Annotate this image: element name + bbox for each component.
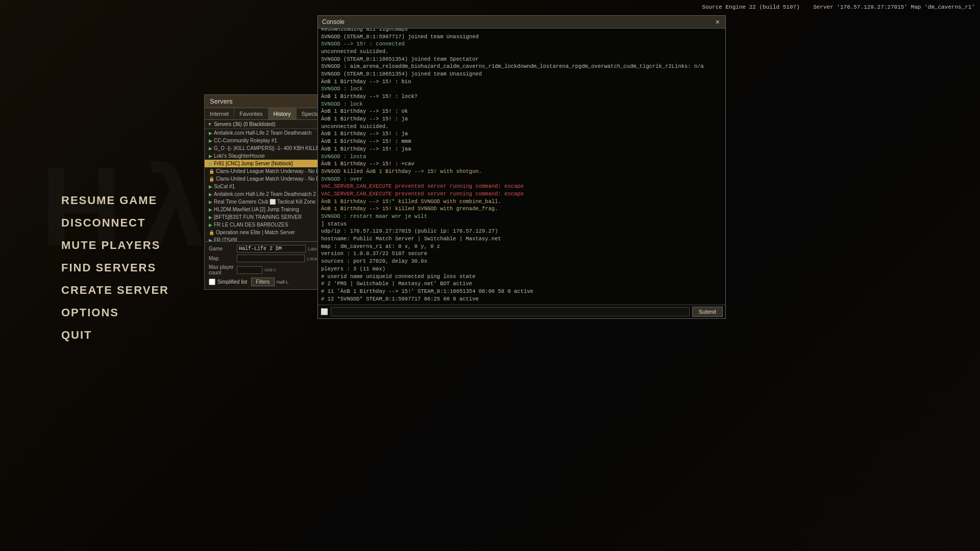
console-line: ÄoB 1 Birthday --> 15! : bio xyxy=(321,78,722,86)
server-list-item[interactable]: ▶Real Time Gamers Club ⬜ Tactical Kill Z… xyxy=(205,198,321,206)
console-line: SVNGOD : lock xyxy=(321,101,722,108)
server-list-item[interactable]: ▶[BFT5]B3ST FUN TRAINING SERVER xyxy=(205,213,321,221)
menu-item-disconnect[interactable]: DISCONNECT xyxy=(61,216,169,230)
filter-late-label: Late xyxy=(308,246,317,252)
console-line: players : 3 (11 max) xyxy=(321,265,722,273)
filter-location-label: Loca xyxy=(307,256,317,261)
console-close-button[interactable]: × xyxy=(714,18,721,26)
console-input[interactable] xyxy=(331,307,690,316)
server-icon: ▶ xyxy=(209,238,212,242)
server-list-item[interactable]: ▶Anitalink.com Half-Life 2 Team Deathmat… xyxy=(205,129,321,137)
console-line: # userid name uniqueid connected ping lo… xyxy=(321,273,722,281)
half-l-label: Half-L xyxy=(277,280,289,285)
server-icon: ▶ xyxy=(209,184,212,189)
server-icon: ▶ xyxy=(209,207,212,212)
console-line: SVNGOD --> 15! : connected xyxy=(321,40,722,48)
console-line: SVNGOD (STEAM_0:1:5997717) joined team U… xyxy=(321,33,722,41)
server-list-item[interactable]: ▶Fr81 [CNC] Jump Server [Noblock] xyxy=(205,160,321,167)
server-icon: ▶ xyxy=(209,131,212,136)
menu-item-mute[interactable]: MUTE PLAYERS xyxy=(61,239,169,252)
console-line: ÄoB 1 Birthday --> 15! : +cav xyxy=(321,160,722,168)
filter-anticheat-label: Anti-c xyxy=(264,267,276,272)
console-line: ÄoB 1 Birthday --> 15!* killed SVNGOD wi… xyxy=(321,198,722,206)
server-list-item[interactable]: ▶G_O -||- |KILL CAMPERS|| -1- 400 KBH KI… xyxy=(205,144,321,152)
simplified-list-checkbox[interactable] xyxy=(209,279,215,285)
menu-item-options[interactable]: OPTIONS xyxy=(61,306,169,319)
console-line: SVNGOD killed ÄoB 1 Birthday --> 15! wit… xyxy=(321,168,722,176)
filter-map-row: Map Loca xyxy=(209,255,317,262)
server-list-item[interactable]: 🔒Clans-United League Match Underway - No… xyxy=(205,175,321,183)
tab-favorites[interactable]: Favorites xyxy=(234,108,268,119)
server-icon: ▶ xyxy=(209,199,212,205)
simplified-list-label: Simplified list xyxy=(217,279,247,285)
console-line: # 2 'PMS | Switchable | Maxtasy.net' BOT… xyxy=(321,280,722,288)
server-filters: Game Late Map Loca Max player count Anti… xyxy=(205,241,321,289)
top-server-info: Source Engine 22 (build 5107) Server '17… xyxy=(702,4,975,10)
console-line: SVNGOD : aim_arena_reloaddm_biohazard_ca… xyxy=(321,63,722,70)
console-line: ÄoB 1 Birthday --> 15! : mmm xyxy=(321,138,722,145)
filter-game-input[interactable] xyxy=(237,245,306,253)
filter-maxplayer-label: Max player count xyxy=(209,264,237,276)
console-line: ÄoB 1 Birthday --> 15! : lock? xyxy=(321,93,722,101)
menu-item-resume[interactable]: RESUME GAME xyxy=(61,194,169,207)
console-line: VAC_SERVER_CAN_EXECUTE prevented server … xyxy=(321,190,722,198)
console-line: SVNGOD (STEAM_0:1:10651354) joined team … xyxy=(321,70,722,78)
filter-game-label: Game xyxy=(209,246,237,252)
console-line: ÄoB 1 Birthday --> 15! : ja xyxy=(321,130,722,138)
server-list-item[interactable]: ▶FR LE CLAN DES BARBOUZES xyxy=(205,221,321,229)
lock-icon: 🔒 xyxy=(209,169,214,174)
console-line: # 12 *SVNGOD* STEAM_0:1:5997717 06:25 66… xyxy=(321,295,722,303)
servers-panel: Servers Internet Favorites History Spect… xyxy=(204,94,322,290)
console-line: SVNGOD : lock xyxy=(321,85,722,93)
submit-button[interactable]: Submit xyxy=(692,307,723,317)
filter-maxplayer-row: Max player count Anti-c xyxy=(209,264,317,276)
console-line: udp/ip : 176.57.129.27:27015 (public ip:… xyxy=(321,228,722,235)
console-line: SVNGOD : restart maar wnr je wilt xyxy=(321,213,722,220)
server-info: Server '176.57.129.27:27015' Map 'dm_cav… xyxy=(813,4,975,10)
filter-map-label: Map xyxy=(209,256,237,261)
console-line: unconnected suicided. xyxy=(321,48,722,56)
server-list-item[interactable]: 🔒Clans-United League Match Underway - No… xyxy=(205,167,321,175)
menu-item-find-servers[interactable]: FIND SERVERS xyxy=(61,261,169,274)
filters-button[interactable]: Filters xyxy=(251,278,274,286)
tabs-row: Internet Favorites History Spectate xyxy=(205,108,321,120)
filter-simplified-row: Simplified list Filters Half-L xyxy=(209,278,317,286)
tab-history[interactable]: History xyxy=(268,108,297,119)
console-line: unconnected suicided. xyxy=(321,123,722,131)
console-line: version : 1.0.0.37/22 5107 secure xyxy=(321,250,722,258)
server-list-item[interactable]: ▶HL2DM.MaxNet.UA [2] Jump Training xyxy=(205,206,321,213)
engine-info: Source Engine 22 (build 5107) xyxy=(702,4,799,10)
server-list-item[interactable]: ▶Anitalink.com Half-Life 2 Team Deathmat… xyxy=(205,190,321,198)
server-icon: ▶ xyxy=(209,215,212,220)
tab-internet[interactable]: Internet xyxy=(205,108,234,119)
server-list[interactable]: ▶Anitalink.com Half-Life 2 Team Deathmat… xyxy=(205,129,321,241)
console-titlebar: Console × xyxy=(318,16,725,29)
server-list-item[interactable]: ▶SoCal #1 xyxy=(205,183,321,190)
filter-maxplayer-input[interactable] xyxy=(237,266,262,274)
console-body[interactable]: ÄoB 1 Birthday --> 15! : lolÄoB 1 Birthd… xyxy=(318,29,725,305)
server-list-item[interactable]: ▶FR [TS#9] xyxy=(205,236,321,241)
server-list-item[interactable]: 🔒Operation new Elite | Match Server xyxy=(205,229,321,236)
server-list-item[interactable]: ▶Loki's SlaughterHouse xyxy=(205,152,321,160)
console-line: ÄoB 1 Birthday --> 15! : ok xyxy=(321,108,722,115)
console-title: Console xyxy=(322,18,345,26)
console-line: sources : port 27020, delay 30.0s xyxy=(321,258,722,265)
server-icon: ▶ xyxy=(209,146,212,151)
server-count-label: Servers (36) (0 Blacklisted) xyxy=(214,121,276,127)
menu-item-create-server[interactable]: CREATE SERVER xyxy=(61,284,169,297)
server-icon: ▶ xyxy=(209,222,212,228)
main-menu: RESUME GAME DISCONNECT MUTE PLAYERS FIND… xyxy=(61,194,169,351)
server-list-item[interactable]: ▶CC-Community Roleplay #1 xyxy=(205,137,321,144)
server-icon: ▶ xyxy=(209,161,212,166)
filter-map-input[interactable] xyxy=(237,255,305,262)
servers-panel-title: Servers xyxy=(205,95,321,108)
console-line: SVNGOD (STEAM_0:1:10651354) joined team … xyxy=(321,56,722,63)
console-line: VAC_SERVER_CAN_EXECUTE prevented server … xyxy=(321,183,722,190)
console-line: Redownloading all lightmaps xyxy=(321,29,722,33)
menu-item-quit[interactable]: QUIT xyxy=(61,329,169,342)
console-line: ÄoB 1 Birthday --> 15! killed SVNGOD wit… xyxy=(321,205,722,213)
console-line: ] status xyxy=(321,220,722,228)
console-line: hostname: Public Match Server | Switchab… xyxy=(321,235,722,243)
console-line: ÄoB 1 Birthday --> 15! : jaa xyxy=(321,145,722,153)
console-line: ÄoB 1 Birthday --> 15! : ja xyxy=(321,115,722,123)
